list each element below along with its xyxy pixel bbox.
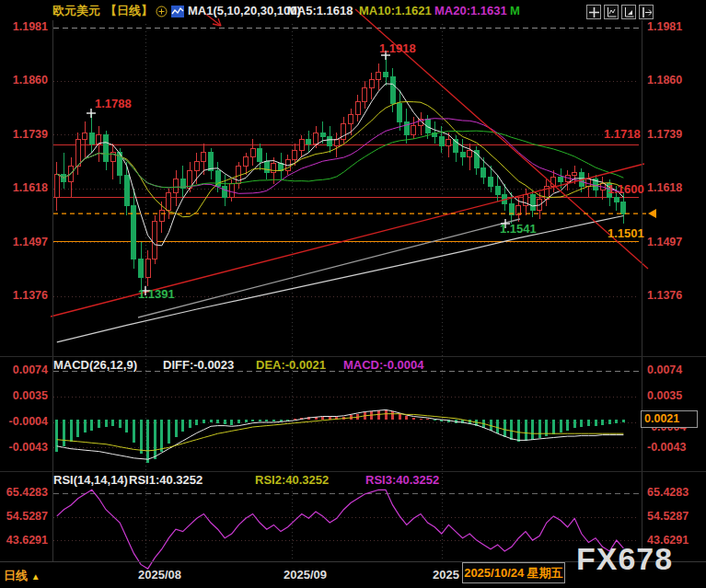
main-macd-separator	[0, 356, 706, 357]
price-tick: 1.1860	[0, 74, 48, 87]
price-tick: 1.1739	[0, 128, 48, 142]
price-tick: 1.1497	[0, 236, 48, 249]
price-tick: 1.1860	[647, 74, 682, 87]
period-selector[interactable]: 日线 ▲	[4, 568, 41, 584]
xaxis-tick: 2025/08	[138, 568, 181, 582]
support-level-label: 1.1501	[608, 227, 644, 240]
chart-canvas[interactable]	[0, 0, 706, 588]
macd-value: MACD:-0.0004	[343, 358, 423, 372]
circle-plus-icon[interactable]	[156, 6, 168, 17]
chart-type-icon[interactable]	[171, 6, 184, 17]
price-tick: 1.1739	[647, 128, 682, 142]
high-annotation: 1.1918	[379, 42, 416, 55]
ma5-value: MA5:1.1618	[287, 4, 353, 18]
macd-current-value-box: 0.0021	[641, 410, 698, 428]
macd-title: MACD(26,12,9)	[53, 358, 137, 372]
high-annotation: 1.1788	[95, 98, 132, 110]
rsi-tick: 65.4283	[647, 486, 689, 500]
rsi-title: RSI(14,14,14)	[53, 473, 128, 487]
exit-fullscreen-button[interactable]	[639, 5, 654, 19]
macd-rsi-separator	[0, 471, 706, 472]
rsi-line	[57, 490, 624, 569]
xaxis-tick: 2025/09	[284, 568, 327, 582]
moving-average-lines	[57, 84, 624, 342]
right-axis-border	[642, 20, 642, 561]
low-annotation: 1.1541	[500, 223, 537, 236]
rsi1-value: RSI1:40.3252	[129, 473, 203, 487]
price-tick: 1.1497	[647, 236, 682, 249]
rsi3-value: RSI3:40.3252	[365, 473, 439, 487]
price-tick: 1.1618	[0, 181, 48, 195]
macd-tick: 0.0035	[647, 389, 682, 403]
crosshair-tool-button[interactable]	[586, 5, 601, 19]
indicator-tool-button[interactable]	[621, 5, 636, 19]
price-level-lines	[53, 144, 639, 241]
symbol-name: 欧元美元	[52, 4, 100, 18]
ma-settings-label: MA1(5,10,20,30,100)	[188, 4, 301, 18]
macd-tick: 0.0035	[0, 389, 48, 403]
chart-app: 欧元美元 【日线】 MA1(5,10,20,30,100) MA5:1.1618…	[0, 0, 706, 588]
price-tick: 1.1981	[647, 20, 682, 34]
price-tick: 1.1618	[647, 181, 682, 195]
rsi-tick: 43.6291	[0, 534, 48, 548]
macd-dea-value: DEA:-0.0021	[256, 358, 326, 372]
macd-diff-value: DIFF:-0.0023	[163, 358, 234, 372]
period-label: 【日线】	[105, 4, 153, 18]
price-tick: 1.1376	[647, 289, 682, 303]
low-annotation: 1.1391	[138, 288, 175, 301]
price-tick: 1.1376	[0, 289, 48, 303]
macd-histogram	[55, 409, 625, 462]
scale-tool-button[interactable]	[604, 5, 619, 19]
ma20-value: MA20:1.1631	[434, 4, 507, 18]
rsi-tick: 54.5287	[647, 510, 689, 524]
rsi-tick: 54.5287	[0, 510, 48, 524]
macd-tick: 0.0074	[0, 363, 48, 377]
support-level-label: 1.1600	[608, 183, 644, 196]
ma10-value: MA10:1.1621	[359, 4, 432, 18]
macd-tick: 0.0074	[647, 363, 682, 377]
watermark: FX678	[576, 541, 673, 577]
xaxis-tick: 2025	[433, 568, 459, 582]
ma30-value-truncated: M	[510, 4, 520, 18]
rsi2-value: RSI2:40.3252	[255, 473, 329, 487]
rsi-tick: 65.4283	[0, 486, 48, 500]
current-date-box: 2025/10/24 星期五	[462, 562, 565, 583]
price-tick: 1.1981	[0, 20, 48, 34]
triangle-up-icon: ▲	[31, 571, 41, 582]
resistance-level-label: 1.1718	[604, 128, 641, 141]
macd-tick: -0.0043	[0, 441, 48, 455]
period-selector-label: 日线	[4, 569, 28, 582]
macd-tick: -0.0004	[0, 415, 48, 429]
macd-tick: -0.0043	[647, 441, 686, 455]
last-price-marker	[648, 209, 656, 218]
